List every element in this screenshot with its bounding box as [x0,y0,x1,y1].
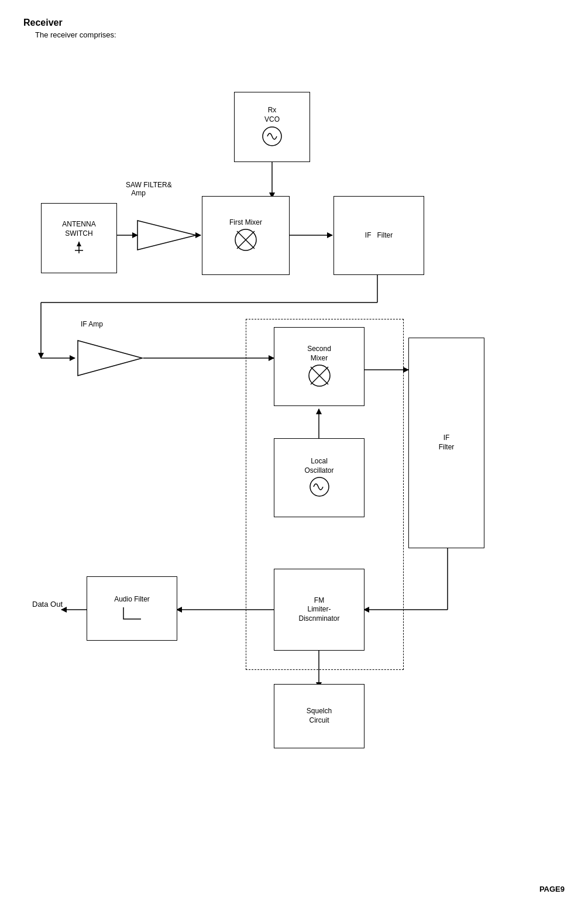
second-mixer-block: SecondMixer [274,327,365,406]
rx-vco-label: RxVCO [264,106,280,124]
second-mixer-label: SecondMixer [307,345,331,363]
svg-marker-39 [78,341,142,376]
if-filter-1-block: IF Filter [333,196,424,275]
if-filter-1-label: IF Filter [365,231,393,240]
vco-symbol [260,125,284,148]
first-mixer-label: First Mixer [229,218,262,228]
first-mixer-symbol [233,227,259,253]
diagram-area: RxVCO ANTENNASWITCH SAW FILTER& Amp Firs… [23,45,573,852]
svg-point-43 [310,477,329,496]
page-title: Receiver [23,18,565,28]
first-mixer-block: First Mixer [202,196,290,275]
if-amp-label: IF Amp [81,320,103,328]
audio-filter-symbol [118,604,147,622]
data-out-label: Data Out [32,600,63,609]
switch-symbol [70,239,88,256]
local-osc-symbol [308,475,331,499]
if-amp-triangle [75,338,145,379]
audio-filter-block: Audio Filter [87,576,177,641]
local-oscillator-label: LocalOscillator [304,457,333,475]
squelch-block: SquelchCircuit [274,684,365,748]
fm-limiter-label: FMLimiter-Discnminator [298,596,339,624]
if-filter-2-block: IFFilter [408,338,484,548]
page-number: PAGE9 [539,885,565,893]
if-filter-2-label: IFFilter [439,434,455,452]
saw-filter-triangle [135,218,199,253]
svg-marker-34 [77,242,81,246]
squelch-label: SquelchCircuit [307,707,332,725]
page-subtitle: The receiver comprises: [35,30,565,39]
audio-filter-label: Audio Filter [114,595,150,604]
rx-vco-block: RxVCO [234,92,310,162]
fm-limiter-block: FMLimiter-Discnminator [274,569,365,651]
antenna-switch-label: ANTENNASWITCH [62,220,95,238]
saw-filter-label: SAW FILTER& Amp [126,181,172,197]
svg-marker-7 [327,232,333,238]
local-oscillator-block: LocalOscillator [274,438,365,517]
page: Receiver The receiver comprises: [0,0,588,911]
antenna-switch-block: ANTENNASWITCH [41,203,117,273]
second-mixer-symbol [307,363,332,389]
svg-marker-35 [137,221,196,250]
